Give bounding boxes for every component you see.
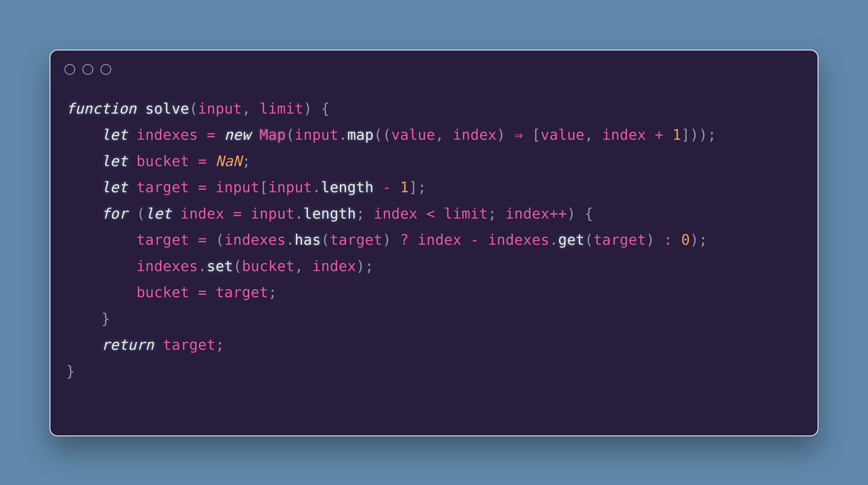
punct-lparen: ( — [382, 126, 391, 143]
ident-target: target — [593, 231, 646, 248]
op-inc: ++ — [550, 205, 567, 222]
punct-dot: . — [294, 205, 304, 222]
punct-rparen: ) — [497, 126, 505, 143]
window-dot-icon — [64, 64, 75, 75]
punct-semi: ; — [268, 284, 277, 301]
ident-target: target — [216, 284, 268, 301]
ident-value: value — [391, 126, 435, 143]
punct-rparen: ) — [699, 126, 708, 143]
window-dot-icon — [100, 64, 111, 75]
punct-lbracket: [ — [532, 126, 541, 143]
ident-index: index — [180, 205, 224, 222]
prop-length: length — [321, 179, 374, 196]
punct-lparen: ( — [286, 126, 294, 143]
keyword-function: function — [66, 100, 136, 117]
op-minus: - — [470, 231, 479, 248]
window-dot-icon — [83, 64, 93, 75]
ident-target: target — [163, 337, 215, 353]
ident-indexes: indexes — [136, 258, 198, 275]
ident-index: index — [602, 126, 646, 143]
const-nan: NaN — [216, 153, 242, 169]
num-1: 1 — [672, 126, 681, 143]
punct-semi: ; — [699, 231, 708, 248]
punct-semi: ; — [417, 179, 426, 196]
punct-rbracket: ] — [409, 179, 417, 196]
param-input: input — [198, 100, 242, 117]
prop-length: length — [304, 205, 356, 222]
punct-dot: . — [198, 258, 207, 275]
ident-bucket: bucket — [136, 284, 189, 301]
call-has: has — [294, 231, 321, 248]
punct-rparen: ) — [356, 258, 365, 275]
punct-semi: ; — [216, 337, 224, 353]
keyword-for: for — [101, 205, 128, 222]
ident-input: input — [294, 126, 339, 143]
function-name: solve — [145, 100, 189, 117]
num-0: 0 — [681, 231, 690, 248]
ident-target: target — [136, 231, 189, 248]
class-map: Map — [259, 126, 286, 143]
punct-semi: ; — [488, 205, 497, 222]
ident-input: input — [216, 179, 259, 196]
punct-lparen: ( — [374, 126, 382, 143]
punct-dot: . — [286, 231, 294, 248]
punct-semi: ; — [356, 205, 365, 222]
call-set: set — [207, 258, 233, 275]
code-block: function solve(input, limit) { let index… — [66, 95, 802, 384]
ident-bucket: bucket — [136, 153, 189, 169]
ident-bucket: bucket — [242, 258, 294, 275]
punct-dot: . — [312, 179, 321, 196]
keyword-let: let — [101, 179, 128, 196]
op-eq: = — [198, 231, 207, 248]
punct-rparen: ) — [690, 126, 699, 143]
call-get: get — [558, 231, 585, 248]
punct-lbrace: { — [585, 205, 593, 222]
op-arrow: ⇒ — [514, 126, 523, 143]
code-window: function solve(input, limit) { let index… — [50, 50, 818, 436]
ident-target: target — [330, 231, 382, 248]
ident-index: index — [453, 126, 497, 143]
ident-value: value — [541, 126, 585, 143]
punct-dot: . — [550, 231, 558, 248]
ident-indexes: indexes — [136, 126, 198, 143]
ident-index: index — [374, 205, 417, 222]
punct-comma: , — [242, 100, 251, 117]
param-limit: limit — [259, 100, 304, 117]
punct-rparen: ) — [304, 100, 312, 117]
ident-index: index — [312, 258, 356, 275]
op-eq: = — [207, 126, 216, 143]
punct-comma: , — [294, 258, 304, 275]
ident-index: index — [505, 205, 550, 222]
op-eq: = — [198, 153, 207, 169]
keyword-let: let — [145, 205, 172, 222]
punct-rparen: ) — [690, 231, 699, 248]
op-eq: = — [198, 179, 207, 196]
ident-input: input — [268, 179, 312, 196]
op-colon: : — [663, 231, 672, 248]
op-q: ? — [400, 231, 409, 248]
punct-comma: , — [585, 126, 593, 143]
punct-semi: ; — [242, 153, 251, 169]
punct-lparen: ( — [321, 231, 330, 248]
punct-rbrace: } — [66, 363, 75, 379]
ident-input: input — [251, 205, 294, 222]
ident-target: target — [136, 179, 189, 196]
num-1: 1 — [400, 179, 409, 196]
punct-rbrace: } — [101, 310, 110, 327]
call-map: map — [347, 126, 374, 143]
op-minus: - — [382, 179, 391, 196]
punct-lbrace: { — [321, 100, 330, 117]
op-eq: = — [233, 205, 242, 222]
keyword-return: return — [101, 337, 154, 353]
punct-dot: . — [339, 126, 347, 143]
punct-rparen: ) — [646, 231, 655, 248]
punct-lbracket: [ — [259, 179, 268, 196]
keyword-let: let — [101, 153, 128, 169]
punct-lparen: ( — [136, 205, 145, 222]
punct-lparen: ( — [585, 231, 593, 248]
op-lt: < — [426, 205, 435, 222]
ident-indexes: indexes — [224, 231, 286, 248]
punct-lparen: ( — [189, 100, 198, 117]
punct-rbracket: ] — [681, 126, 690, 143]
punct-semi: ; — [365, 258, 374, 275]
